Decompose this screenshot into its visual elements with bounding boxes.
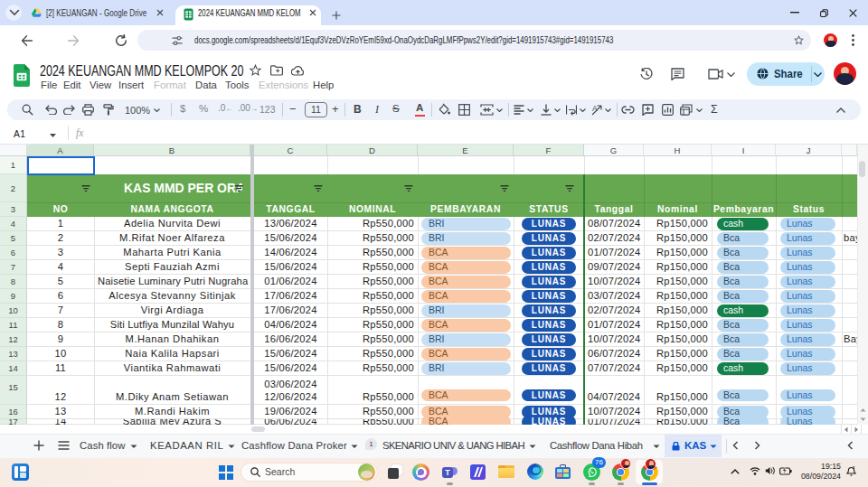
svg-text:A: A [592, 104, 598, 113]
svg-text:z: z [853, 465, 855, 470]
